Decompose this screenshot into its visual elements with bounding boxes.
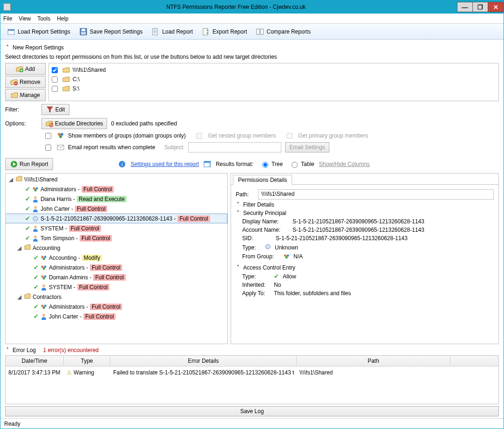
svg-point-31 bbox=[34, 235, 37, 238]
menu-help[interactable]: Help bbox=[57, 15, 68, 22]
menu-file[interactable]: File bbox=[3, 15, 12, 22]
save-report-settings-button[interactable]: Save Report Settings bbox=[75, 26, 147, 38]
tree-permission-row[interactable]: ✔ John Carter - Full Control bbox=[6, 204, 227, 214]
minimize-button[interactable]: — bbox=[457, 2, 473, 12]
tree-scroll[interactable]: ◢ \\\\fs1\Shared ✔ Administrators - Full… bbox=[6, 173, 227, 344]
edit-filter-button[interactable]: Edit bbox=[41, 104, 69, 115]
email-results-checkbox[interactable] bbox=[45, 145, 51, 151]
chevron-up-icon: ˄ bbox=[236, 264, 240, 271]
col-path[interactable]: Path bbox=[297, 356, 450, 366]
tree-folder-row[interactable]: ◢ \\\\fs1\Shared bbox=[6, 174, 227, 184]
tree-permission-row[interactable]: ✔ Accounting - Modify bbox=[6, 253, 227, 263]
export-report-button[interactable]: Export Report bbox=[198, 26, 251, 38]
show-hide-columns-link[interactable]: Show/Hide Columns bbox=[319, 161, 370, 167]
tree-permission-row[interactable]: ✔ Domain Admins - Full Control bbox=[6, 272, 227, 282]
principal-name: SYSTEM - bbox=[41, 225, 67, 232]
directory-checkbox[interactable] bbox=[52, 67, 58, 73]
svg-rect-10 bbox=[257, 29, 259, 35]
maximize-button[interactable]: ❐ bbox=[472, 2, 488, 12]
remove-directory-button[interactable]: Remove bbox=[5, 76, 46, 88]
close-button[interactable]: ✕ bbox=[488, 2, 504, 12]
directory-checkbox[interactable] bbox=[52, 76, 58, 83]
tree-permission-row[interactable]: ✔ Administrators - Full Control bbox=[6, 302, 227, 311]
directory-checkbox[interactable] bbox=[52, 86, 58, 92]
save-settings-icon bbox=[80, 28, 87, 35]
collapse-icon[interactable]: ◢ bbox=[16, 294, 22, 300]
tree-folder-row[interactable]: ◢ Accounting bbox=[6, 243, 227, 253]
remove-icon bbox=[10, 78, 18, 86]
tree-permission-row[interactable]: ✔ Administrators - Full Control bbox=[6, 184, 227, 194]
tree-permission-row[interactable]: ✔ Tom Simpson - Full Control bbox=[6, 233, 227, 243]
allow-check-icon: ✔ bbox=[25, 215, 30, 222]
folder-icon bbox=[62, 85, 70, 92]
error-path: \\\\fs1\Shared bbox=[297, 368, 450, 377]
tree-folder-row[interactable]: ◢ Contractors bbox=[6, 292, 227, 302]
tree-permission-row[interactable]: ✔ Diana Harris - Read and Execute bbox=[6, 194, 227, 204]
permission-badge: Full Control bbox=[93, 274, 125, 281]
error-row[interactable]: 8/1/2017 3:47:13 PM ⚠Warning Failed to t… bbox=[6, 367, 498, 379]
save-log-button[interactable]: Save Log bbox=[5, 406, 499, 416]
directory-row[interactable]: C:\ bbox=[52, 75, 496, 84]
ace-header[interactable]: ˄ Access Control Entry bbox=[236, 264, 494, 271]
details-body[interactable]: Path: \\\\fs1\Shared ˅ Filter Details ˄ … bbox=[231, 185, 498, 344]
directory-list[interactable]: \\\\fs1\Shared C:\ S:\ bbox=[48, 63, 499, 101]
chevron-down-icon: ˅ bbox=[236, 201, 240, 208]
path-value[interactable]: \\\\fs1\Shared bbox=[258, 189, 494, 200]
svg-point-36 bbox=[44, 265, 47, 268]
table-radio[interactable]: Table bbox=[289, 160, 314, 168]
directory-row[interactable]: S:\ bbox=[52, 84, 496, 93]
chevron-up-icon: ˄ bbox=[5, 44, 10, 51]
chevron-up-icon: ˄ bbox=[236, 210, 240, 216]
svg-point-32 bbox=[41, 256, 44, 258]
run-report-button[interactable]: Run Report bbox=[5, 158, 53, 170]
collapse-icon[interactable]: ◢ bbox=[16, 245, 22, 251]
folder-name: Contractors bbox=[33, 294, 61, 300]
exclude-directories-button[interactable]: Exclude Directories bbox=[41, 118, 107, 129]
allow-check-icon: ✔ bbox=[34, 303, 39, 310]
col-details[interactable]: Error Details bbox=[110, 356, 297, 366]
col-type[interactable]: Type bbox=[64, 356, 110, 366]
svg-point-45 bbox=[42, 314, 45, 317]
tree-permission-row[interactable]: ✔ John Carter - Full Control bbox=[6, 311, 227, 321]
col-datetime[interactable]: Date/Time bbox=[6, 356, 64, 366]
tree-permission-row[interactable]: ✔ SYSTEM - Full Control bbox=[6, 223, 227, 233]
show-members-label: Show members of groups (domain groups on… bbox=[68, 132, 186, 139]
user-icon bbox=[32, 206, 39, 212]
tree-permission-row[interactable]: ✔ SYSTEM - Full Control bbox=[6, 282, 227, 292]
tree-permission-row[interactable]: ✔ Administrators - Full Control bbox=[6, 263, 227, 272]
permissions-details-tab[interactable]: Permissions Details bbox=[233, 175, 292, 185]
error-log-header[interactable]: ˄ Error Log 1 error(s) encountered bbox=[5, 347, 499, 353]
tree-permission-row[interactable]: ✔ S-1-5-21-210521867-2639090965-12132606… bbox=[6, 214, 227, 223]
load-report-button[interactable]: Load Report bbox=[148, 26, 197, 38]
add-directory-label: Add bbox=[25, 66, 35, 72]
filter-details-header[interactable]: ˅ Filter Details bbox=[236, 201, 494, 208]
email-results-label: Email report results when complete bbox=[68, 144, 155, 151]
group-icon bbox=[41, 304, 47, 310]
security-principal-header[interactable]: ˄ Security Principal bbox=[236, 210, 494, 216]
load-report-settings-button[interactable]: Load Report Settings bbox=[3, 26, 75, 38]
tree-radio[interactable]: Tree bbox=[260, 160, 283, 168]
menu-view[interactable]: View bbox=[19, 15, 31, 22]
window-buttons: — ❐ ✕ bbox=[457, 2, 504, 12]
collapse-icon[interactable]: ◢ bbox=[7, 176, 14, 183]
from-group-value: N/A bbox=[293, 253, 303, 260]
allow-check-icon: ✔ bbox=[34, 313, 39, 320]
permission-badge: Full Control bbox=[90, 264, 122, 271]
compare-reports-label: Compare Reports bbox=[266, 28, 311, 35]
add-directory-button[interactable]: Add bbox=[5, 63, 46, 75]
show-members-checkbox[interactable] bbox=[45, 133, 51, 139]
svg-point-26 bbox=[34, 189, 37, 191]
allow-check-icon: ✔ bbox=[274, 273, 279, 280]
settings-used-link[interactable]: Settings used for this report bbox=[130, 161, 199, 167]
compare-reports-button[interactable]: Compare Reports bbox=[252, 26, 315, 38]
folder-share-icon bbox=[16, 175, 22, 183]
directory-row[interactable]: \\\\fs1\Shared bbox=[52, 65, 496, 75]
new-report-settings-header[interactable]: ˄ New Report Settings bbox=[5, 44, 499, 51]
permission-badge: Full Control bbox=[77, 284, 109, 291]
principal-name: Administrators - bbox=[41, 186, 80, 193]
manage-directories-button[interactable]: Manage bbox=[5, 89, 46, 101]
filter-row: Filter: Edit bbox=[5, 104, 499, 115]
menu-tools[interactable]: Tools bbox=[37, 15, 50, 22]
svg-rect-7 bbox=[154, 31, 157, 32]
error-datetime: 8/1/2017 3:47:13 PM bbox=[6, 368, 64, 377]
